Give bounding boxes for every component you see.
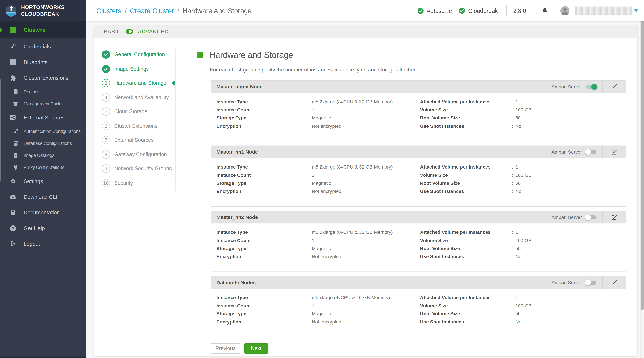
step-hardware-and-storage[interactable]: 3 Hardware and Storage [102,79,172,87]
sidebar-item-label: Recipes [24,89,40,94]
active-step-arrow-icon [171,80,175,86]
sidebar-nav: Clusters Credentials Blueprints Cluster … [0,21,86,252]
field-value: No [515,254,522,259]
step-external-sources[interactable]: 7 External Sources [102,136,172,144]
edit-button[interactable] [602,276,626,289]
step-general-configuration[interactable]: General Configuration [102,50,172,59]
active-marker [0,28,2,32]
ambari-server-toggle[interactable] [586,281,596,285]
card-fields: Instance Type :m5.2xlarge (8vCPU & 32 GB… [211,158,626,194]
step-security[interactable]: 10 Security [102,179,172,187]
field-value: Not encrypted [312,319,341,324]
step-gateway-configuration[interactable]: 8 Gateway Configuration [102,150,172,159]
check-circle-icon [417,7,424,14]
check-circle-icon [459,7,465,14]
edit-button[interactable] [602,146,626,158]
wizard-actions: Previous Next [211,343,630,354]
chevron-down-icon[interactable] [634,9,638,12]
sidebar-item-recipes[interactable]: Recipes [0,86,86,98]
ambari-server-toggle[interactable] [586,150,596,154]
field-value: No [515,123,522,128]
page-title-row: Hardware and Storage [196,50,630,60]
breadcrumb-create-cluster-link[interactable]: Create Cluster [130,7,174,14]
scrollbar-thumb[interactable] [640,1,644,310]
page-scrollbar[interactable] [640,0,644,358]
username-redacted[interactable] [575,6,632,15]
field-value: m5.xlarge (4vCPU & 16 GB Memory) [312,295,390,300]
field-value: 50 [515,115,520,120]
ambari-server-label: Ambari Server [552,280,582,285]
sidebar-item-get-help[interactable]: ? Get Help [0,220,86,236]
step-network-security-groups[interactable]: 9 Network Security Groups [102,165,172,173]
file-icon [12,152,19,158]
ambari-server-label: Ambari Server [552,215,582,220]
sidebar-item-authentication-configurations[interactable]: Authentication Configurations [0,125,86,137]
step-number: 7 [102,136,110,144]
sidebar-item-clusters[interactable]: Clusters [0,21,86,38]
gear-icon [9,177,16,185]
sidebar-item-cluster-extensions[interactable]: Cluster Extensions [0,70,86,86]
edit-button[interactable] [602,211,626,223]
field-value: No [515,189,522,193]
sidebar-item-logout[interactable]: Logout [0,236,86,252]
sidebar-item-proxy-configurations[interactable]: Proxy Configurations [0,161,86,173]
sidebar-item-label: Authentication Configurations [24,129,81,134]
step-cluster-extensions[interactable]: 6 Cluster Extensions [102,122,172,130]
field-value: 1 [515,295,518,300]
next-button[interactable]: Next [244,343,268,354]
field-value: 1 [312,173,314,178]
step-network-and-availability[interactable]: 4 Network and Availability [102,93,172,102]
step-number: 10 [102,179,110,187]
avatar[interactable] [560,6,570,15]
sidebar-item-download-cli[interactable]: Download CLI [0,189,86,204]
mode-bar: BASIC ADVANCED [94,25,638,37]
sidebar-item-image-catalogs[interactable]: Image Catalogs [0,149,86,161]
sidebar-item-external-sources[interactable]: External Sources [0,109,86,125]
step-image-settings[interactable]: Image Settings [102,65,172,73]
host-group-card-master-nn2: Master_nn2 Node Ambari Server Instance T… [211,211,626,272]
sidebar-item-settings[interactable]: Settings [0,173,86,189]
version-label: 2.8.0 [513,7,526,14]
sidebar-item-label: Management Packs [24,101,62,106]
field-value: Not encrypted [312,254,341,259]
host-group-name: Master_mgmt Node [216,84,552,90]
mode-toggle[interactable] [126,29,133,34]
field-value: 1 [312,303,314,308]
key-icon [12,128,19,134]
advanced-mode-label[interactable]: ADVANCED [138,28,169,35]
field-value: 1 [312,238,314,243]
sidebar-item-label: External Sources [24,114,64,121]
step-cloud-storage[interactable]: 5 Cloud Storage [102,107,172,116]
ambari-server-toggle[interactable] [586,215,596,219]
card-header: Master_nn2 Node Ambari Server [211,211,626,223]
topbar-divider [506,5,506,16]
sidebar-item-label: Clusters [24,27,45,33]
sidebar-item-blueprints[interactable]: Blueprints [0,54,86,70]
sidebar-item-label: Logout [24,241,40,247]
field-value: Not encrypted [312,189,341,193]
basic-mode-label[interactable]: BASIC [104,28,121,35]
bell-icon[interactable] [542,7,548,14]
sidebar-item-label: Proxy Configurations [24,165,64,170]
field-value: m5.2xlarge (8vCPU & 32 GB Memory) [312,165,393,169]
field-value: 50 [515,311,520,316]
sidebar-item-documentation[interactable]: Documentation [0,204,86,220]
sidebar-item-credentials[interactable]: Credentials [0,38,86,54]
ambari-server-label: Ambari Server [552,84,582,89]
edit-button[interactable] [602,81,626,93]
topbar: Clusters / Create Cluster / Hardware And… [86,0,644,21]
field-value: 100 GB [515,238,532,243]
sidebar-scrollbar[interactable] [0,79,1,180]
page-title: Hardware and Storage [210,50,293,60]
server-stack-icon [196,52,204,58]
sidebar-item-management-packs[interactable]: Management Packs [0,97,86,109]
ambari-server-toggle[interactable] [586,85,596,89]
card-fields: Instance Type :m5.2xlarge (8vCPU & 32 GB… [211,223,626,259]
sidebar-item-label: Cluster Extensions [24,75,68,81]
autoscale-status: Autoscale [417,7,452,14]
breadcrumb-separator: / [125,7,126,14]
sidebar-item-database-configurations[interactable]: Database Configurations [0,137,86,149]
server-stack-icon [9,26,16,34]
previous-button[interactable]: Previous [211,343,240,354]
breadcrumb-clusters-link[interactable]: Clusters [96,7,122,14]
